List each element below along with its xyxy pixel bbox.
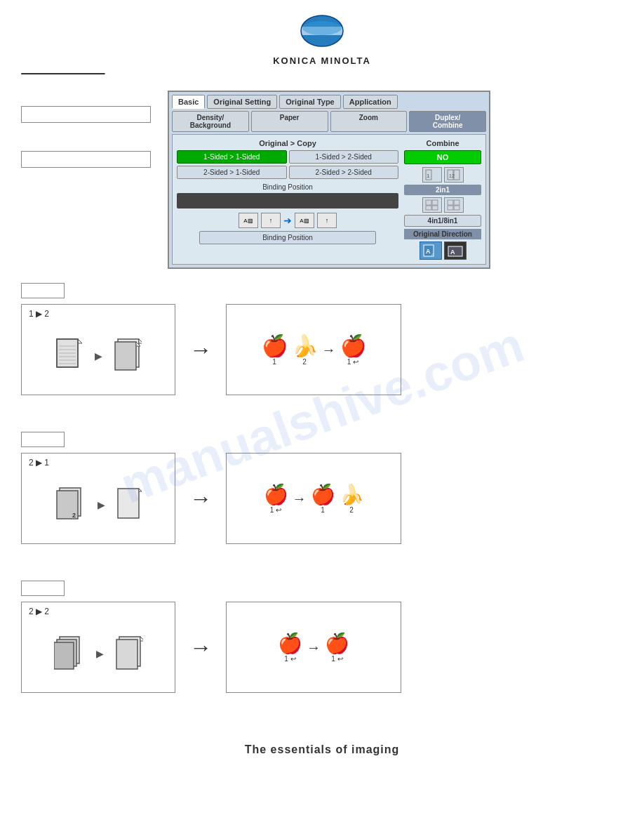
diagrams-section: 1 ▶ 2 ▶: [0, 283, 644, 729]
subtab-zoom[interactable]: Zoom: [330, 111, 408, 132]
svg-rect-15: [448, 206, 453, 210]
fruit-banana-1: 🍌 2: [292, 333, 318, 366]
original-direction-label: Original Direction: [404, 229, 481, 239]
binding-icon-4: ↑: [317, 213, 337, 228]
small-triangle-1: ▶: [95, 350, 102, 362]
svg-text:1: 1: [427, 173, 430, 179]
tab-original-type[interactable]: Original Type: [279, 95, 340, 109]
combine-4in1-icon-2[interactable]: [444, 197, 464, 213]
diagram-left-1: 1 ▶ 2 ▶: [21, 304, 175, 395]
diagram-label-1: [21, 283, 65, 298]
page-icon-duplex-src2: [54, 635, 85, 672]
svg-point-2: [302, 21, 342, 35]
fruit-apple-duplex-src: 🍎 1 ↩: [264, 483, 288, 514]
orig-dir-btn-1[interactable]: A a: [420, 241, 442, 260]
page-num-src-duplex: 1 ↩: [270, 506, 281, 514]
label-box-1: [21, 106, 151, 123]
left-labels: [21, 85, 151, 269]
page-num-3-res: 1 ↩: [331, 655, 342, 663]
binding-arrow: ➜: [283, 215, 292, 226]
subtab-density[interactable]: Density/Background: [172, 111, 249, 132]
diagram-block-2: 2 ▶ 1 2 ▶: [21, 453, 623, 544]
combine-2in1-label[interactable]: 2in1: [404, 185, 481, 195]
svg-rect-11: [426, 206, 431, 210]
page-icon-duplex-src: 2: [55, 486, 86, 523]
konica-minolta-logo: [297, 13, 347, 54]
copy-mode-grid: 1-Sided > 1-Sided 1-Sided > 2-Sided 2-Si…: [177, 150, 398, 179]
mode-2s-1s[interactable]: 2-Sided > 1-Sided: [177, 166, 287, 179]
svg-rect-12: [432, 206, 438, 210]
diagram-icons-2: 2 ▶: [29, 470, 168, 539]
mode-1s-1s[interactable]: 1-Sided > 1-Sided: [177, 150, 287, 164]
copier-right: Combine NO 1 12: [404, 139, 481, 260]
svg-rect-7: [454, 170, 459, 180]
page-footer: The essentials of imaging: [0, 729, 644, 767]
svg-marker-23: [78, 339, 82, 343]
subtab-duplex[interactable]: Duplex/Combine: [409, 111, 486, 132]
subtab-paper[interactable]: Paper: [251, 111, 328, 132]
binding-pos-btn[interactable]: Binding Position: [199, 231, 377, 244]
svg-text:12: 12: [449, 173, 455, 178]
svg-text:A: A: [426, 248, 431, 255]
diagram-left-2: 2 ▶ 1 2 ▶: [21, 453, 175, 544]
diagram-icons-3: ▶: [29, 619, 168, 688]
page-icon-single-dest: [116, 487, 142, 522]
fruit-row-1: 🍎 1 🍌 2 → 🍎 1 ↩: [262, 333, 366, 366]
brand-name: KONICA MINOLTA: [273, 55, 371, 66]
tab-original-setting[interactable]: Original Setting: [207, 95, 277, 109]
diagram-mode-1: 1 ▶ 2: [29, 309, 168, 319]
fruit-banana-result: 🍌 2: [340, 483, 364, 514]
page-num-res-2: 2: [349, 506, 354, 514]
section-divider-top: [21, 73, 105, 75]
diagram-group-1: 1 ▶ 2 ▶: [21, 283, 623, 415]
diagram-right-2: 🍎 1 ↩ → 🍎 1 🍌 2: [226, 453, 401, 544]
mode-1s-2s[interactable]: 1-Sided > 2-Sided: [289, 150, 399, 164]
svg-rect-45: [116, 640, 137, 669]
combine-4in1-label[interactable]: 4in1/8in1: [404, 215, 481, 227]
combine-icon-2[interactable]: 12: [444, 167, 464, 183]
page-icon-duplex-1: [114, 338, 142, 374]
result-arrow-1: →: [322, 342, 336, 358]
footer-tagline: The essentials of imaging: [245, 743, 400, 755]
binding-pos-bar: [177, 193, 398, 208]
small-triangle-2: ▶: [98, 499, 105, 510]
combine-4in1-icon-1[interactable]: [422, 197, 442, 213]
fruit-apple-duplex-1: 🍎 1 ↩: [340, 333, 366, 366]
result-arrow-2: →: [293, 491, 307, 507]
page-num-res-1: 1: [321, 506, 325, 514]
diagram-group-3: 2 ▶ 2 ▶: [21, 581, 623, 713]
tab-application[interactable]: Application: [343, 95, 398, 109]
diagram-label-3: [21, 581, 65, 596]
svg-rect-33: [115, 342, 136, 370]
diagram-left-3: 2 ▶ 2 ▶: [21, 602, 175, 693]
tab-basic[interactable]: Basic: [172, 95, 205, 109]
page-num-duplex-1: 1 ↩: [347, 358, 358, 366]
copier-inner-panel: Original > Copy 1-Sided > 1-Sided 1-Side…: [172, 134, 486, 265]
result-arrow-3: →: [307, 640, 321, 656]
binding-icon-3: A▨: [295, 213, 314, 228]
svg-text:a: a: [431, 252, 434, 257]
diagram-block-1: 1 ▶ 2 ▶: [21, 304, 623, 395]
svg-rect-16: [454, 206, 459, 210]
diagram-right-1: 🍎 1 🍌 2 → 🍎 1 ↩: [226, 304, 401, 395]
svg-rect-10: [432, 200, 438, 205]
page-num-3-1: 1 ↩: [284, 655, 295, 663]
combine-icon-1[interactable]: 1: [422, 167, 442, 183]
orig-dir-btn-2[interactable]: A: [444, 241, 467, 260]
diagram-group-2: 2 ▶ 1 2 ▶: [21, 432, 623, 564]
page-icon-single-1: [55, 338, 83, 374]
diagram-mode-2: 2 ▶ 1: [29, 458, 168, 468]
mode-2s-2s[interactable]: 2-Sided > 2-Sided: [289, 166, 399, 179]
combine-4in1-icons: [404, 197, 481, 213]
binding-icon-1: A▨: [239, 213, 258, 228]
fruit-row-3: 🍎 1 ↩ → 🍎 1 ↩: [278, 632, 349, 663]
diagram-right-3: 🍎 1 ↩ → 🍎 1 ↩: [226, 602, 401, 693]
combine-no-btn[interactable]: NO: [404, 150, 481, 164]
diagram-label-2: [21, 432, 65, 447]
page-num-2: 2: [302, 358, 307, 366]
fruit-row-2: 🍎 1 ↩ → 🍎 1 🍌 2: [264, 483, 364, 514]
svg-marker-32: [139, 339, 142, 343]
copier-left: Original > Copy 1-Sided > 1-Sided 1-Side…: [177, 139, 398, 260]
big-arrow-3: →: [189, 635, 212, 661]
original-direction-btns: A a A: [404, 241, 481, 260]
